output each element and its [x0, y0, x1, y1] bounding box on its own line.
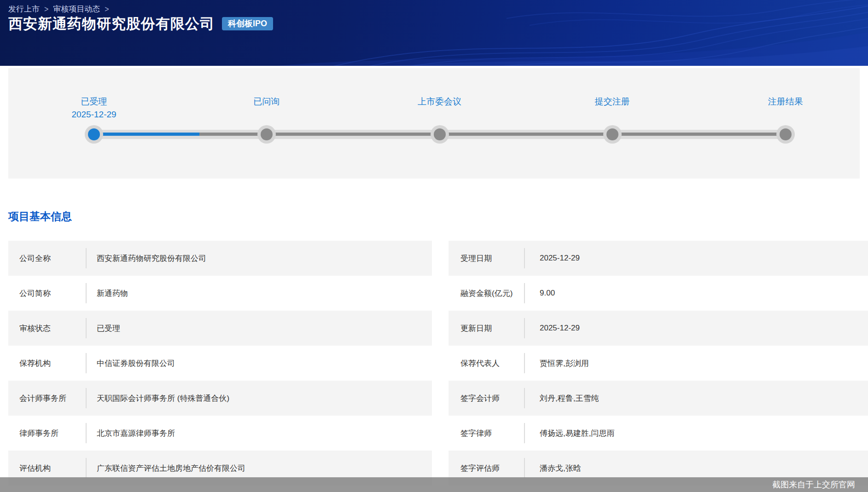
- info-row: 律师事务所 北京市嘉源律师事务所: [8, 416, 432, 451]
- breadcrumb-item[interactable]: 审核项目动态: [53, 4, 100, 14]
- timeline-dot-active: [85, 125, 103, 144]
- chevron-right-icon: >: [105, 4, 109, 14]
- info-row-value: 潘赤戈,张晗: [525, 463, 581, 474]
- info-row-label: 公司全称: [8, 253, 86, 264]
- timeline-stage: 已问询: [253, 97, 280, 107]
- timeline-stage: 提交注册: [595, 97, 630, 107]
- timeline-stage-label: 已受理: [71, 97, 116, 107]
- ipo-board-badge: 科创板IPO: [222, 17, 273, 30]
- info-row-label: 签字评估师: [449, 463, 524, 474]
- info-row: 会计师事务所 天职国际会计师事务所 (特殊普通合伙): [8, 381, 432, 416]
- info-row-value: 刘丹,程鲁,王雪纯: [525, 393, 599, 404]
- info-row-value: 9.00: [525, 289, 555, 298]
- info-row-value: 北京市嘉源律师事务所: [87, 428, 175, 439]
- info-row: 保荐机构 中信证券股份有限公司: [8, 346, 432, 381]
- info-row-label: 签字会计师: [449, 393, 524, 404]
- info-row: 公司简称 新通药物: [8, 276, 432, 311]
- info-row-value: 新通药物: [87, 288, 128, 299]
- info-row-label: 更新日期: [449, 323, 524, 334]
- info-row-value: 傅扬远,易建胜,闫思雨: [525, 428, 614, 439]
- chevron-right-icon: >: [44, 4, 48, 14]
- info-row-label: 受理日期: [449, 253, 524, 264]
- info-row-value: 西安新通药物研究股份有限公司: [87, 253, 206, 264]
- timeline-dot-pending: [776, 125, 795, 144]
- title-row: 西安新通药物研究股份有限公司 科创板IPO: [8, 15, 273, 32]
- page-title: 西安新通药物研究股份有限公司: [8, 15, 215, 32]
- audit-progress-timeline: 已受理 2025-12-29 已问询 上市委会议 提交注册 注册结果: [8, 68, 860, 179]
- watermark-text: 截图来自于上交所官网: [772, 479, 855, 490]
- info-row: 更新日期 2025-12-29: [449, 311, 868, 346]
- info-row-value: 广东联信资产评估土地房地产估价有限公司: [87, 463, 245, 474]
- section-title-basic-info: 项目基本信息: [8, 209, 72, 224]
- info-table-left: 公司全称 西安新通药物研究股份有限公司 公司简称 新通药物 审核状态 已受理 保…: [8, 241, 432, 486]
- watermark-bar: 截图来自于上交所官网: [0, 477, 868, 492]
- breadcrumb-item[interactable]: 发行上市: [8, 4, 40, 14]
- info-row-value: 2025-12-29: [525, 254, 580, 263]
- info-row-value: 中信证券股份有限公司: [87, 358, 175, 369]
- timeline-stage: 上市委会议: [418, 97, 461, 107]
- info-row-label: 评估机构: [8, 463, 86, 474]
- info-row-label: 签字律师: [449, 428, 524, 439]
- header-wave-decoration: [0, 0, 868, 66]
- timeline-progress: [94, 133, 199, 136]
- breadcrumb: 发行上市 > 审核项目动态 >: [8, 4, 109, 14]
- info-table-right: 受理日期 2025-12-29 融资金额(亿元) 9.00 更新日期 2025-…: [449, 241, 868, 486]
- timeline-stage-date: 2025-12-29: [71, 110, 116, 120]
- timeline-stage-label: 提交注册: [595, 97, 630, 107]
- info-row-value: 贾恒霁,彭浏用: [525, 358, 589, 369]
- info-row-label: 律师事务所: [8, 428, 86, 439]
- info-row-value: 2025-12-29: [525, 324, 580, 333]
- timeline-dot-pending: [257, 125, 276, 144]
- info-row-label: 融资金额(亿元): [449, 288, 524, 299]
- timeline-stage: 已受理 2025-12-29: [71, 97, 116, 120]
- info-row: 审核状态 已受理: [8, 311, 432, 346]
- info-row-value: 天职国际会计师事务所 (特殊普通合伙): [87, 393, 229, 404]
- timeline-stage: 注册结果: [768, 97, 803, 107]
- timeline-stage-label: 上市委会议: [418, 97, 461, 107]
- info-row-label: 公司简称: [8, 288, 86, 299]
- page-header: 发行上市 > 审核项目动态 > 西安新通药物研究股份有限公司 科创板IPO: [0, 0, 868, 66]
- info-row: 签字律师 傅扬远,易建胜,闫思雨: [449, 416, 868, 451]
- timeline-dot-pending: [603, 125, 622, 144]
- info-row-value: 已受理: [87, 323, 120, 334]
- info-row: 融资金额(亿元) 9.00: [449, 276, 868, 311]
- info-row-label: 会计师事务所: [8, 393, 86, 404]
- timeline-dot-pending: [431, 125, 449, 144]
- info-row: 签字会计师 刘丹,程鲁,王雪纯: [449, 381, 868, 416]
- info-row-label: 审核状态: [8, 323, 86, 334]
- info-row: 保荐代表人 贾恒霁,彭浏用: [449, 346, 868, 381]
- timeline-stage-label: 注册结果: [768, 97, 803, 107]
- info-row-label: 保荐机构: [8, 358, 86, 369]
- timeline-stage-label: 已问询: [253, 97, 280, 107]
- info-row: 公司全称 西安新通药物研究股份有限公司: [8, 241, 432, 276]
- info-row: 受理日期 2025-12-29: [449, 241, 868, 276]
- info-row-label: 保荐代表人: [449, 358, 524, 369]
